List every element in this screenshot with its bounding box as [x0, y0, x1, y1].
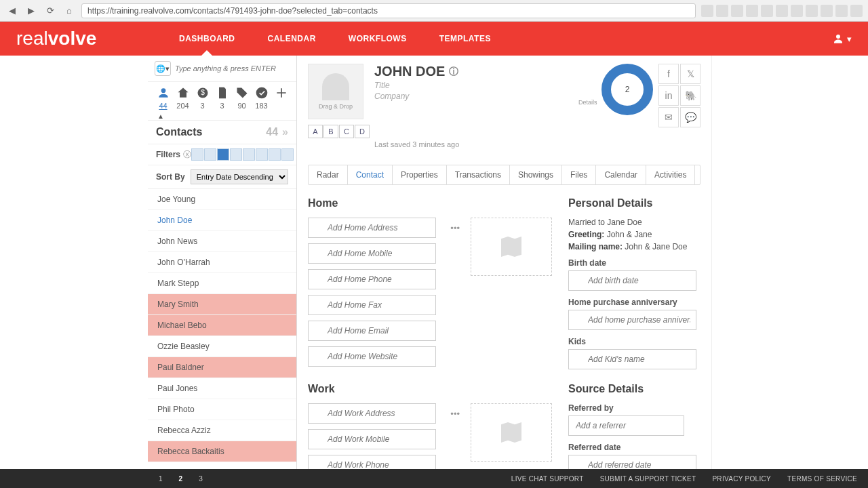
contact-item[interactable]: John News: [148, 231, 296, 252]
filters-clear-icon[interactable]: ⓧ: [183, 149, 191, 161]
ext-icon[interactable]: [761, 5, 773, 17]
linkedin-icon[interactable]: in: [658, 85, 679, 106]
contact-company-field[interactable]: Company: [374, 92, 459, 101]
page-2[interactable]: 2: [179, 475, 183, 483]
contact-item[interactable]: Joe Young: [148, 189, 296, 210]
search-input[interactable]: [175, 64, 290, 73]
home-fax-input[interactable]: [308, 295, 436, 315]
tab-documents[interactable]: [214, 86, 231, 102]
ext-icon[interactable]: [806, 5, 818, 17]
detail-tab-email[interactable]: Email: [695, 165, 701, 184]
detail-tab-properties[interactable]: Properties: [393, 165, 447, 184]
kids-input[interactable]: [568, 349, 696, 369]
more-icon[interactable]: •••: [448, 223, 462, 233]
contact-item[interactable]: Ozzie Beasley: [148, 336, 296, 357]
evernote-icon[interactable]: 🐘: [680, 85, 701, 106]
home-button[interactable]: ⌂: [62, 4, 76, 18]
contact-item[interactable]: Rebecca Azziz: [148, 420, 296, 441]
facebook-icon[interactable]: f: [658, 64, 679, 84]
info-icon[interactable]: ⓘ: [449, 66, 458, 78]
chat-icon[interactable]: 💬: [680, 107, 701, 127]
tab-tags[interactable]: [233, 86, 251, 102]
grade-a[interactable]: A: [308, 125, 323, 138]
home-email-input[interactable]: [308, 321, 436, 341]
nav-workflows[interactable]: WORKFLOWS: [349, 34, 407, 43]
ext-icon[interactable]: [731, 5, 743, 17]
grade-b[interactable]: B: [323, 125, 338, 138]
more-icon[interactable]: •••: [448, 409, 462, 419]
work-address-input[interactable]: [308, 403, 436, 424]
footer-link[interactable]: LIVE CHAT SUPPORT: [511, 475, 584, 483]
logo[interactable]: realvolve: [16, 28, 152, 49]
nav-calendar[interactable]: CALENDAR: [268, 34, 316, 43]
avatar[interactable]: Drag & Drop: [308, 64, 363, 119]
home-mobile-input[interactable]: [308, 243, 436, 264]
contact-item[interactable]: Phil Photo: [148, 399, 296, 420]
contact-item[interactable]: John O'Harrah: [148, 252, 296, 273]
anniversary-input[interactable]: [568, 310, 696, 330]
filter-chip[interactable]: [230, 148, 242, 161]
contact-item[interactable]: Rebecca Backaitis: [148, 441, 296, 462]
twitter-icon[interactable]: 𝕏: [680, 64, 701, 84]
filter-chip[interactable]: [204, 148, 216, 161]
tab-transactions[interactable]: $: [194, 86, 212, 102]
detail-tab-radar[interactable]: Radar: [309, 165, 348, 184]
home-address-input[interactable]: [308, 218, 436, 238]
ext-icon[interactable]: [701, 5, 713, 17]
menu-icon[interactable]: [850, 5, 863, 17]
detail-tab-contact[interactable]: Contact: [348, 165, 393, 184]
back-button[interactable]: ◀: [5, 4, 19, 18]
contact-item[interactable]: Paul Baldner: [148, 357, 296, 378]
user-menu[interactable]: ▾: [832, 33, 852, 45]
email-icon[interactable]: ✉: [658, 107, 679, 127]
forward-button[interactable]: ▶: [24, 4, 38, 18]
filter-chip[interactable]: [256, 148, 268, 161]
grade-d[interactable]: D: [355, 125, 370, 138]
chevron-right-icon[interactable]: »: [282, 126, 288, 138]
filter-chip[interactable]: [191, 148, 203, 161]
ext-icon[interactable]: [821, 5, 833, 17]
filter-chip[interactable]: [281, 148, 294, 161]
grade-c[interactable]: C: [339, 125, 354, 138]
filter-chip[interactable]: [243, 148, 255, 161]
contact-item[interactable]: Michael Bebo: [148, 315, 296, 336]
search-scope[interactable]: 🌐▾: [155, 61, 171, 76]
contact-list[interactable]: Joe YoungJohn DoeJohn NewsJohn O'HarrahM…: [148, 189, 296, 488]
referred-by-input[interactable]: [568, 415, 684, 436]
ext-icon[interactable]: [835, 5, 848, 17]
detail-tab-files[interactable]: Files: [562, 165, 596, 184]
reload-button[interactable]: ⟳: [43, 4, 57, 18]
detail-tab-transactions[interactable]: Transactions: [447, 165, 510, 184]
detail-tab-activities[interactable]: Activities: [646, 165, 695, 184]
footer-link[interactable]: TERMS OF SERVICE: [787, 475, 857, 483]
page-1[interactable]: 1: [159, 475, 163, 483]
filter-chip[interactable]: [269, 148, 281, 161]
contact-title-field[interactable]: Title: [374, 81, 459, 90]
tab-tasks[interactable]: [253, 86, 271, 102]
footer-link[interactable]: PRIVACY POLICY: [712, 475, 771, 483]
tab-contacts[interactable]: [155, 86, 172, 102]
detail-tab-showings[interactable]: Showings: [510, 165, 562, 184]
ext-icon[interactable]: [791, 5, 803, 17]
ext-icon[interactable]: [716, 5, 728, 17]
contact-item[interactable]: Mary Smith: [148, 294, 296, 315]
contact-item[interactable]: Mark Stepp: [148, 273, 296, 294]
nav-templates[interactable]: TEMPLATES: [439, 34, 491, 43]
url-bar[interactable]: https://training.realvolve.com/contacts/…: [81, 3, 696, 18]
home-website-input[interactable]: [308, 346, 436, 367]
footer-link[interactable]: SUBMIT A SUPPORT TICKET: [600, 475, 696, 483]
birth-date-input[interactable]: [568, 270, 696, 291]
sort-select[interactable]: Entry Date Descending: [191, 169, 288, 184]
ext-icon[interactable]: [776, 5, 788, 17]
ext-icon[interactable]: [746, 5, 758, 17]
tab-properties[interactable]: [174, 86, 192, 102]
contact-item[interactable]: Paul Jones: [148, 378, 296, 399]
page-3[interactable]: 3: [199, 475, 203, 483]
contact-item[interactable]: John Doe: [148, 210, 296, 231]
detail-tab-calendar[interactable]: Calendar: [596, 165, 646, 184]
filter-chip[interactable]: [217, 148, 229, 161]
work-mobile-input[interactable]: [308, 429, 436, 449]
home-phone-input[interactable]: [308, 269, 436, 289]
nav-dashboard[interactable]: DASHBOARD: [179, 34, 235, 43]
tab-add[interactable]: [273, 86, 290, 102]
